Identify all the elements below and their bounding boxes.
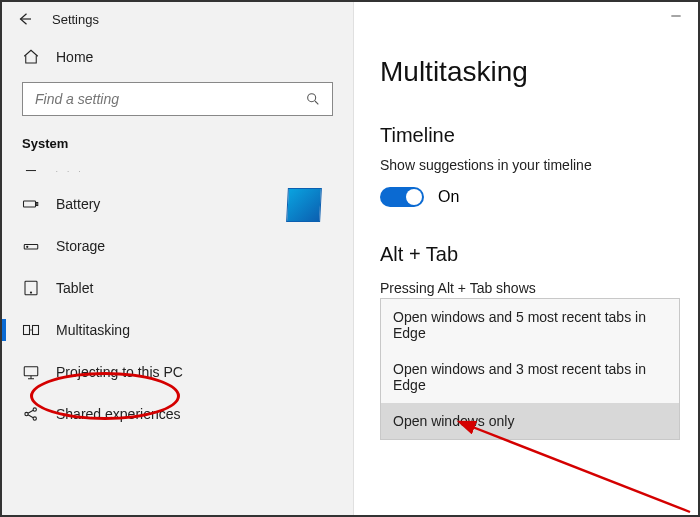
share-icon [22, 405, 40, 423]
nav-label: Shared experiences [56, 406, 181, 422]
svg-point-6 [30, 292, 31, 293]
nav-item-shared[interactable]: Shared experiences [2, 393, 353, 435]
minimize-button[interactable] [664, 8, 688, 24]
svg-rect-9 [24, 367, 38, 376]
unknown-icon: ─ [22, 161, 40, 179]
nav-item-multitasking[interactable]: Multitasking [2, 309, 353, 351]
nav-label: Storage [56, 238, 105, 254]
svg-rect-8 [33, 326, 39, 335]
nav-label: Multitasking [56, 322, 130, 338]
search-icon [304, 90, 322, 108]
page-title: Multitasking [380, 56, 680, 88]
svg-point-11 [33, 408, 36, 411]
battery-icon [22, 195, 40, 213]
back-icon[interactable] [16, 10, 34, 28]
search-input[interactable] [33, 90, 304, 108]
app-title: Settings [52, 12, 99, 27]
svg-rect-1 [24, 201, 36, 207]
svg-point-12 [33, 417, 36, 420]
nav-label: Projecting to this PC [56, 364, 183, 380]
alttab-dropdown[interactable]: Open windows and 5 most recent tabs in E… [380, 298, 680, 440]
nav-item-truncated[interactable]: ─ . . . [2, 157, 353, 183]
nav-label: Battery [56, 196, 100, 212]
alttab-option-0[interactable]: Open windows and 5 most recent tabs in E… [381, 299, 679, 351]
home-nav[interactable]: Home [2, 34, 353, 74]
timeline-toggle[interactable] [380, 187, 424, 207]
timeline-toggle-state: On [438, 188, 459, 206]
timeline-setting-label: Show suggestions in your timeline [380, 157, 680, 173]
home-label: Home [56, 49, 93, 65]
project-icon [22, 363, 40, 381]
tablet-icon [22, 279, 40, 297]
svg-rect-2 [36, 203, 38, 206]
nav-item-storage[interactable]: Storage [2, 225, 353, 267]
nav-item-tablet[interactable]: Tablet [2, 267, 353, 309]
nav-item-projecting[interactable]: Projecting to this PC [2, 351, 353, 393]
svg-point-0 [308, 94, 316, 102]
section-label: System [2, 130, 353, 153]
storage-icon [22, 237, 40, 255]
content-pane: Multitasking Timeline Show suggestions i… [354, 2, 698, 515]
svg-rect-7 [24, 326, 30, 335]
search-box[interactable] [22, 82, 333, 116]
svg-point-4 [27, 246, 28, 247]
nav-label: Tablet [56, 280, 93, 296]
home-icon [22, 48, 40, 66]
settings-sidebar: Settings Home System ─ [2, 2, 354, 515]
multitask-icon [22, 321, 40, 339]
alttab-option-1[interactable]: Open windows and 3 most recent tabs in E… [381, 351, 679, 403]
alttab-heading: Alt + Tab [380, 243, 680, 266]
alttab-option-2[interactable]: Open windows only [381, 403, 679, 439]
windows-logo-tile [286, 188, 322, 222]
timeline-heading: Timeline [380, 124, 680, 147]
svg-point-10 [25, 412, 28, 415]
titlebar: Settings [2, 2, 353, 34]
alttab-setting-label: Pressing Alt + Tab shows [380, 280, 680, 296]
